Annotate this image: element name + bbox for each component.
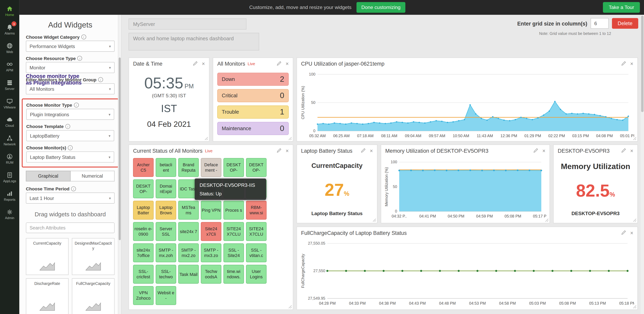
resize-handle[interactable] [545, 218, 549, 222]
panel-scrollbar[interactable] [118, 15, 121, 314]
cpu-utilization-chart[interactable]: 050100CPU Utilization (%)05:32 AM06:25 A… [300, 71, 634, 140]
edit-icon[interactable] [622, 230, 626, 236]
resize-handle[interactable] [204, 137, 208, 140]
choose-resource-type-dropdown[interactable]: Monitor▾ [26, 62, 115, 73]
panel-scrollbar-thumb[interactable] [119, 58, 121, 240]
close-icon[interactable]: × [630, 148, 634, 153]
sidebar-item-server[interactable]: Server [0, 76, 19, 94]
edit-icon[interactable] [622, 61, 626, 66]
choose-time-period-dropdown[interactable]: Last 1 Hour▾ [26, 192, 115, 204]
delete-button[interactable]: Delete [612, 18, 638, 29]
close-icon[interactable]: × [202, 61, 205, 66]
resize-handle[interactable] [288, 305, 292, 309]
monitor-tile[interactable]: SSL - Site24 [224, 244, 244, 262]
choose-template-dropdown[interactable]: LaptopBattery▾ [26, 130, 114, 141]
search-attributes-input[interactable] [26, 222, 115, 233]
monitor-tile[interactable]: DESKT OP- [133, 180, 154, 198]
monitor-tile[interactable]: Domai nExpir [156, 180, 176, 198]
sidebar-item-applogs[interactable]: AppLogs [0, 168, 19, 187]
monitor-tile[interactable]: roselin e-0900 [133, 222, 154, 241]
close-icon[interactable]: × [286, 61, 289, 66]
sidebar-item-admin[interactable]: Admin [0, 205, 19, 224]
attribute-card[interactable]: FullChargeCapacity [72, 278, 114, 314]
take-a-tour-button[interactable]: Take a Tour [603, 2, 640, 13]
monitor-tile[interactable]: Site24 x7Cli [201, 222, 221, 241]
page-scrollbar-thumb[interactable] [641, 16, 644, 112]
sidebar-item-home[interactable]: Home [0, 2, 19, 20]
close-icon[interactable]: × [370, 148, 373, 153]
dashboard-name-input[interactable] [128, 18, 246, 30]
edit-icon[interactable] [361, 148, 366, 153]
choose-monitor-type-dropdown[interactable]: Plugin Integrations▾ [26, 109, 114, 120]
resize-handle[interactable] [372, 218, 376, 222]
monitor-tile[interactable]: SSL- techwo [156, 265, 176, 284]
edit-icon[interactable] [277, 61, 282, 66]
sidebar-item-cloud[interactable]: Cloud [0, 113, 19, 132]
attribute-card[interactable]: DesignedMaxCapacity [72, 238, 114, 275]
close-icon[interactable]: × [630, 230, 634, 236]
monitor-tile[interactable]: betacli ent [156, 158, 176, 177]
sidebar-item-rum[interactable]: RUM [0, 150, 19, 168]
resize-handle[interactable] [288, 137, 292, 140]
status-row-critical[interactable]: Critical0 [217, 89, 289, 102]
monitor-tile[interactable]: DESKT OP- [224, 158, 244, 177]
close-icon[interactable]: × [286, 148, 289, 153]
dashboard-description-input[interactable]: Work and home laptop machines dashboard [128, 33, 259, 51]
monitor-tile[interactable]: Deface ment - [201, 158, 221, 177]
grid-size-input[interactable] [590, 18, 609, 29]
resize-handle[interactable] [633, 137, 636, 140]
status-row-trouble[interactable]: Trouble1 [217, 106, 289, 118]
edit-icon[interactable] [193, 61, 198, 66]
monitor-tile[interactable]: Techw oodsA [201, 265, 221, 284]
memory-utilization-chart[interactable]: 050100Memory Utilization (%)04:32 P..04:… [384, 159, 546, 220]
monitor-tile[interactable]: Server SSL [156, 222, 176, 241]
page-scrollbar[interactable] [640, 15, 644, 314]
monitor-tile[interactable]: SSL- cricfest [133, 265, 154, 284]
monitor-tile[interactable]: SITE24 X7CLU [246, 222, 266, 241]
monitor-tile[interactable]: SITE24 X7CLU [224, 222, 244, 241]
sidebar-item-vmware[interactable]: VMware [0, 94, 19, 113]
monitor-tile[interactable]: SMTP - mx3.zo [201, 244, 221, 262]
monitor-tile[interactable]: site24x 7office [133, 244, 154, 262]
monitor-tile[interactable]: SSL - vtitan.c [246, 244, 266, 262]
choose-monitor-s-dropdown[interactable]: Laptop Battery Status▾ [26, 152, 114, 163]
monitor-tile[interactable]: MSTea ms [178, 201, 199, 220]
resize-handle[interactable] [633, 218, 636, 222]
attribute-card[interactable]: CurrentCapacity [26, 238, 68, 275]
monitor-tile[interactable]: Proces s [224, 201, 244, 220]
monitor-tile[interactable]: site24x 7 [178, 222, 199, 241]
edit-icon[interactable] [622, 148, 626, 153]
sidebar-item-network[interactable]: Network [0, 132, 19, 150]
monitor-tile[interactable]: Archer C5 [133, 158, 154, 177]
attribute-card[interactable]: DischargeRate [26, 278, 68, 314]
fullcharge-capacity-chart[interactable]: 27,549.9527,55027,550.05FullChargeCapaci… [300, 240, 634, 308]
monitor-tile[interactable]: SMTP - mx.zoh [156, 244, 176, 262]
resize-handle[interactable] [633, 305, 636, 309]
sidebar-item-reports[interactable]: Reports [0, 187, 19, 205]
monitor-tile[interactable]: RBM- www.si [246, 201, 266, 220]
close-icon[interactable]: × [630, 61, 634, 66]
done-customizing-button[interactable]: Done customizing [356, 2, 406, 13]
choose-widget-category-dropdown[interactable]: Performance Widgets▾ [26, 41, 115, 52]
edit-icon[interactable] [534, 148, 538, 153]
monitor-tile[interactable]: Laptop Brows [156, 201, 176, 220]
monitor-tile[interactable]: SMTP - mx2.zo [178, 244, 199, 262]
monitor-tile[interactable]: time.wi ndows. [224, 265, 244, 284]
status-row-down[interactable]: Down2 [217, 72, 289, 86]
status-row-maintenance[interactable]: Maintenance0 [217, 122, 289, 135]
monitor-tile[interactable]: DESKT OP- [246, 158, 266, 177]
monitor-tile[interactable]: Websit e - [156, 286, 176, 305]
monitor-tile[interactable]: VPN Zohoco [133, 286, 154, 305]
sidebar-item-apm[interactable]: APM [0, 58, 19, 76]
close-icon[interactable]: × [542, 148, 546, 153]
monitor-tile[interactable]: Ping VPN [201, 201, 221, 220]
monitor-tile[interactable]: Brand Reputa [178, 158, 199, 177]
numerical-toggle-button[interactable]: Numerical [70, 171, 114, 182]
sidebar-item-alarms[interactable]: Alarms3 [0, 20, 19, 39]
monitor-tile[interactable]: Laptop Batter [133, 201, 154, 220]
graphical-toggle-button[interactable]: Graphical [26, 171, 70, 182]
monitor-tile[interactable]: User Logins [246, 265, 266, 284]
edit-icon[interactable] [277, 148, 282, 153]
sidebar-item-web[interactable]: Web [0, 39, 19, 58]
monitor-tile[interactable]: Task Mail [178, 265, 199, 284]
